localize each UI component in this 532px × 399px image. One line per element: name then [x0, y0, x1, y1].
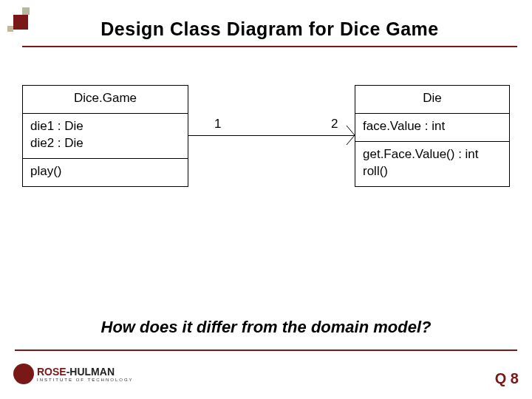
- rose-hulman-logo: ROSE-HULMAN INSTITUTE OF TECHNOLOGY: [13, 364, 134, 384]
- logo-subtitle: INSTITUTE OF TECHNOLOGY: [37, 378, 134, 382]
- class-name: Die: [355, 86, 509, 114]
- operation: roll(): [363, 163, 502, 180]
- attribute: face.Value : int: [363, 118, 502, 135]
- logo-hulman: -HULMAN: [66, 366, 115, 378]
- slide-question: How does it differ from the domain model…: [0, 318, 532, 337]
- class-die: Die face.Value : int get.Face.Value() : …: [355, 85, 510, 187]
- operation: play(): [30, 163, 180, 180]
- slide-title: Design Class Diagram for Dice Game: [22, 18, 517, 40]
- class-attributes: face.Value : int: [355, 114, 509, 142]
- operation: get.Face.Value() : int: [363, 146, 502, 163]
- class-operations: get.Face.Value() : int roll(): [355, 142, 509, 186]
- slide-footer: ROSE-HULMAN INSTITUTE OF TECHNOLOGY Q 8: [13, 364, 519, 390]
- title-rule: [22, 46, 517, 47]
- multiplicity-left: 1: [214, 117, 221, 132]
- class-dicegame: Dice.Game die1 : Die die2 : Die play(): [22, 85, 188, 187]
- gear-icon: [13, 364, 34, 384]
- footer-rule: [15, 349, 517, 351]
- logo-rose: ROSE: [37, 366, 66, 378]
- attribute: die1 : Die: [30, 118, 180, 135]
- class-operations: play(): [23, 159, 188, 186]
- class-diagram: Dice.Game die1 : Die die2 : Die play() D…: [22, 85, 510, 211]
- slide-number: Q 8: [495, 370, 519, 387]
- logo-text: ROSE-HULMAN INSTITUTE OF TECHNOLOGY: [37, 366, 134, 382]
- association-line: [188, 135, 355, 136]
- class-name: Dice.Game: [23, 86, 188, 114]
- multiplicity-right: 2: [331, 117, 338, 132]
- attribute: die2 : Die: [30, 135, 180, 152]
- class-attributes: die1 : Die die2 : Die: [23, 114, 188, 159]
